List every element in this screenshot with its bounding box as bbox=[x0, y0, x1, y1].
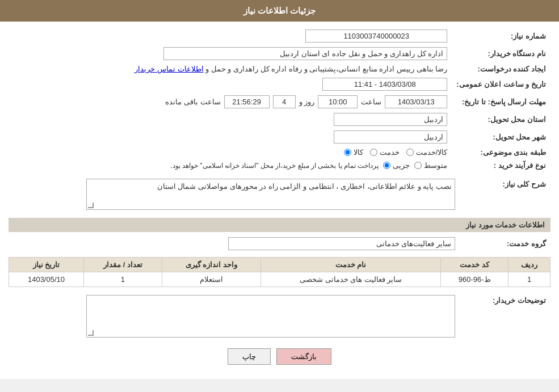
category-radio-kala-khadmat[interactable] bbox=[406, 149, 414, 156]
cell-code: ط-96-960 bbox=[441, 272, 508, 287]
description-box: نصب پایه و علائم اطلاعاتی، اخطاری ، انتظ… bbox=[86, 179, 455, 210]
row-description: شرح کلی نیاز: نصب پایه و علائم اطلاعاتی،… bbox=[9, 176, 550, 212]
buyer-notes-box[interactable] bbox=[86, 295, 455, 338]
back-button[interactable]: بازگشت bbox=[276, 348, 331, 365]
row-announce-datetime: تاریخ و ساعت اعلان عمومی: 1403/03/08 - 1… bbox=[9, 75, 550, 93]
purchase-type-label: نوع فرآیند خرید : bbox=[452, 159, 550, 172]
delivery-province-box: اردبیل bbox=[334, 113, 447, 126]
col-header-code: کد خدمت bbox=[441, 258, 508, 272]
announce-datetime-box: 1403/03/08 - 11:41 bbox=[322, 78, 447, 91]
delivery-province-label: استان محل تحویل: bbox=[452, 111, 550, 128]
service-group-table: گروه خدمت: سایر فعالیت‌های خدماتی bbox=[9, 235, 550, 252]
buyer-notes-table: توضیحات خریدار: bbox=[9, 293, 550, 340]
row-service-group: گروه خدمت: سایر فعالیت‌های خدماتی bbox=[9, 235, 550, 252]
requester-value: رضا بناهی رییس اداره منابع انسانی،پشتیبا… bbox=[9, 62, 452, 75]
response-remaining-box: 21:56:29 bbox=[224, 95, 270, 108]
description-table: شرح کلی نیاز: نصب پایه و علائم اطلاعاتی،… bbox=[9, 176, 550, 212]
cell-name: سایر فعالیت های خدماتی شخصی bbox=[260, 272, 440, 287]
buyer-org-box: اداره کل راهداری و حمل و نقل جاده ای است… bbox=[163, 47, 447, 60]
purchase-type-option-medium-label: متوسط bbox=[424, 161, 447, 170]
request-number-value: 1103003740000023 bbox=[9, 27, 452, 45]
response-time-label: ساعت bbox=[361, 98, 381, 106]
cell-date: 1403/05/10 bbox=[9, 272, 84, 287]
category-option-kala-label: کالا bbox=[354, 148, 363, 157]
category-value: کالا/خدمت خدمت کالا bbox=[9, 146, 452, 159]
announce-datetime-label: تاریخ و ساعت اعلان عمومی: bbox=[452, 75, 550, 93]
services-table: ردیف کد خدمت نام خدمت واحد اندازه گیری ت… bbox=[9, 257, 550, 287]
row-buyer-org: نام دستگاه خریدار: اداره کل راهداری و حم… bbox=[9, 45, 550, 62]
response-deadline-label: مهلت ارسال پاسخ: تا تاریخ: bbox=[452, 93, 550, 111]
purchase-type-radio-partial[interactable] bbox=[383, 162, 390, 169]
button-row: بازگشت چاپ bbox=[9, 348, 550, 365]
category-option-kala[interactable]: کالا bbox=[344, 148, 363, 157]
resize-handle-notes bbox=[88, 330, 94, 336]
purchase-type-note: پرداخت تمام یا بخشی از مبلغ خرید،از محل … bbox=[170, 162, 379, 170]
request-number-box: 1103003740000023 bbox=[305, 29, 447, 43]
col-header-unit: واحد اندازه گیری bbox=[162, 258, 260, 272]
announce-datetime-value: 1403/03/08 - 11:41 bbox=[9, 75, 452, 93]
category-label: طبقه بندی موضوعی: bbox=[452, 146, 550, 159]
category-radio-khadmat[interactable] bbox=[370, 149, 377, 156]
date-time-row: 1403/03/13 ساعت 10:00 روز و 4 21:56:29 س… bbox=[13, 95, 447, 108]
row-delivery-province: استان محل تحویل: اردبیل bbox=[9, 111, 550, 128]
response-deadline-value: 1403/03/13 ساعت 10:00 روز و 4 21:56:29 س… bbox=[9, 93, 452, 111]
category-radio-group: کالا/خدمت خدمت کالا bbox=[13, 148, 447, 157]
col-header-row: ردیف bbox=[508, 258, 550, 272]
category-option-kala-khadmat-label: کالا/خدمت bbox=[416, 148, 448, 157]
delivery-city-box: اردبیل bbox=[334, 130, 447, 144]
services-section-title: اطلاعات خدمات مورد نیاز bbox=[9, 218, 550, 232]
purchase-type-value: متوسط جزیی پرداخت تمام یا بخشی از مبلغ خ… bbox=[9, 159, 452, 172]
service-group-value: سایر فعالیت‌های خدماتی bbox=[9, 235, 460, 252]
content-area: شماره نیاز: 1103003740000023 نام دستگاه … bbox=[0, 22, 559, 379]
col-header-date: تاریخ نیاز bbox=[9, 258, 84, 272]
delivery-province-value: اردبیل bbox=[9, 111, 452, 128]
category-radio-kala[interactable] bbox=[344, 149, 351, 156]
category-option-khadmat[interactable]: خدمت bbox=[370, 148, 400, 157]
response-days-box: 4 bbox=[273, 95, 296, 108]
category-option-kala-khadmat[interactable]: کالا/خدمت bbox=[406, 148, 448, 157]
page-wrapper: جزئیات اطلاعات نیاز شماره نیاز: 11030037… bbox=[0, 0, 559, 379]
page-title: جزئیات اطلاعات نیاز bbox=[243, 6, 316, 15]
info-table: شماره نیاز: 1103003740000023 نام دستگاه … bbox=[9, 27, 550, 172]
row-buyer-notes: توضیحات خریدار: bbox=[9, 293, 550, 340]
resize-handle bbox=[88, 203, 94, 208]
response-day-label: روز و bbox=[299, 98, 315, 106]
requester-contact-link[interactable]: اطلاعات تماس خریدار bbox=[135, 65, 203, 73]
cell-unit: استعلام bbox=[162, 272, 260, 287]
cell-quantity: 1 bbox=[83, 272, 162, 287]
purchase-type-row: متوسط جزیی پرداخت تمام یا بخشی از مبلغ خ… bbox=[13, 161, 447, 170]
services-table-header-row: ردیف کد خدمت نام خدمت واحد اندازه گیری ت… bbox=[9, 258, 550, 272]
delivery-city-label: شهر محل تحویل: bbox=[452, 128, 550, 146]
buyer-org-value: اداره کل راهداری و حمل و نقل جاده ای است… bbox=[9, 45, 452, 62]
row-request-number: شماره نیاز: 1103003740000023 bbox=[9, 27, 550, 45]
purchase-type-radio-medium[interactable] bbox=[414, 162, 422, 169]
description-value: نصب پایه و علائم اطلاعاتی، اخطاری ، انتظ… bbox=[9, 176, 460, 212]
print-button[interactable]: چاپ bbox=[228, 348, 271, 365]
purchase-type-option-partial-label: جزیی bbox=[393, 161, 410, 170]
page-header: جزئیات اطلاعات نیاز bbox=[0, 0, 559, 22]
service-group-label: گروه خدمت: bbox=[460, 235, 550, 252]
response-date-box: 1403/03/13 bbox=[385, 95, 447, 108]
col-header-name: نام خدمت bbox=[260, 258, 440, 272]
requester-label: ایجاد کننده درخواست: bbox=[452, 62, 550, 75]
row-response-deadline: مهلت ارسال پاسخ: تا تاریخ: 1403/03/13 سا… bbox=[9, 93, 550, 111]
table-row: 1 ط-96-960 سایر فعالیت های خدماتی شخصی ا… bbox=[9, 272, 550, 287]
row-category: طبقه بندی موضوعی: کالا/خدمت خدمت bbox=[9, 146, 550, 159]
response-time-box: 10:00 bbox=[318, 95, 358, 108]
row-requester: ایجاد کننده درخواست: رضا بناهی رییس ادار… bbox=[9, 62, 550, 75]
service-group-box: سایر فعالیت‌های خدماتی bbox=[228, 237, 455, 250]
description-label: شرح کلی نیاز: bbox=[460, 176, 550, 212]
delivery-city-value: اردبیل bbox=[9, 128, 452, 146]
request-number-label: شماره نیاز: bbox=[452, 27, 550, 45]
purchase-type-option-partial[interactable]: جزیی bbox=[383, 161, 410, 170]
purchase-type-option-medium[interactable]: متوسط bbox=[414, 161, 447, 170]
category-option-khadmat-label: خدمت bbox=[380, 148, 400, 157]
row-purchase-type: نوع فرآیند خرید : متوسط جزیی پرداخت bbox=[9, 159, 550, 172]
buyer-notes-value bbox=[9, 293, 460, 340]
row-delivery-city: شهر محل تحویل: اردبیل bbox=[9, 128, 550, 146]
cell-row-number: 1 bbox=[508, 272, 550, 287]
buyer-org-label: نام دستگاه خریدار: bbox=[452, 45, 550, 62]
requester-text: رضا بناهی رییس اداره منابع انسانی،پشتیبا… bbox=[205, 65, 447, 73]
description-text: نصب پایه و علائم اطلاعاتی، اخطاری ، انتظ… bbox=[157, 182, 452, 191]
buyer-notes-label: توضیحات خریدار: bbox=[460, 293, 550, 340]
